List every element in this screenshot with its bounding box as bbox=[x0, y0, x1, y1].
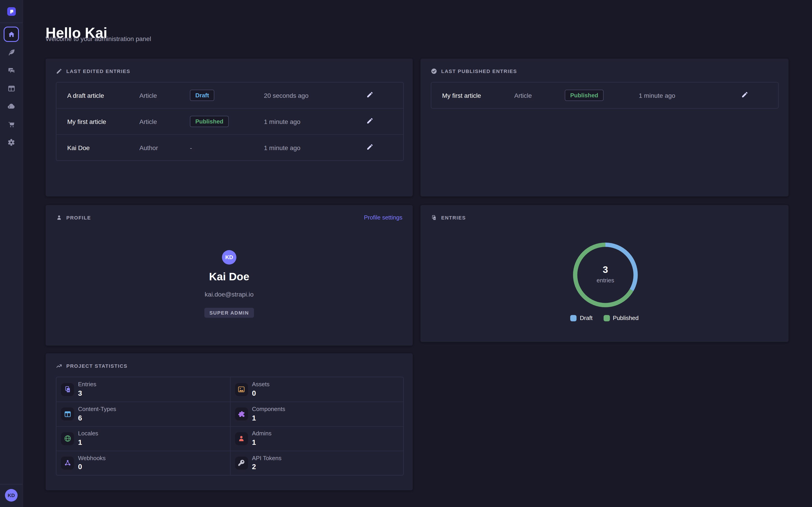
table-icon bbox=[63, 410, 71, 418]
panel-header: LAST EDITED ENTRIES bbox=[56, 68, 131, 74]
sidebar-item-home[interactable] bbox=[4, 26, 19, 42]
entry-time: 1 minute ago bbox=[639, 92, 738, 99]
table-row[interactable]: My first article Article Published 1 min… bbox=[56, 108, 403, 134]
stat-value: 1 bbox=[252, 439, 271, 447]
panel-title: LAST PUBLISHED ENTRIES bbox=[441, 68, 517, 74]
entries-count: 3 bbox=[603, 264, 608, 275]
stat-label: Admins bbox=[252, 431, 271, 437]
strapi-logo[interactable] bbox=[7, 7, 16, 16]
documents-icon bbox=[63, 385, 71, 393]
table-row[interactable]: A draft article Article Draft 20 seconds… bbox=[56, 82, 403, 108]
project-statistics-panel: PROJECT STATISTICS Entries3Assets0Conten… bbox=[46, 353, 413, 490]
entries-count-label: entries bbox=[597, 277, 614, 284]
entries-panel: ENTRIES 3 entries DraftPublished bbox=[420, 205, 789, 342]
picture-icon bbox=[237, 385, 245, 393]
strapi-logo-icon bbox=[9, 9, 14, 14]
stat-label: Locales bbox=[78, 431, 98, 437]
key-icon bbox=[237, 459, 245, 467]
stat-label: Content-Types bbox=[78, 406, 116, 412]
stat-label: Webhooks bbox=[78, 455, 106, 461]
check-circle-icon bbox=[431, 68, 437, 74]
last-published-entries-panel: LAST PUBLISHED ENTRIES My first article … bbox=[420, 59, 789, 196]
entry-name: Kai Doe bbox=[67, 144, 139, 151]
stat-cell-entries: Entries3 bbox=[56, 377, 230, 402]
stat-cell-locales: Locales1 bbox=[56, 426, 230, 451]
table-row[interactable]: Kai Doe Author - 1 minute ago bbox=[56, 134, 403, 160]
stat-label: Entries bbox=[78, 382, 96, 388]
stat-label: Assets bbox=[252, 382, 269, 388]
chart-legend: DraftPublished bbox=[420, 315, 789, 321]
legend-item-draft: Draft bbox=[570, 315, 593, 321]
stat-value: 0 bbox=[252, 389, 269, 397]
table-row[interactable]: My first article Article Published 1 min… bbox=[431, 82, 778, 108]
stat-icon-tile bbox=[61, 456, 74, 469]
status-badge-published: Published bbox=[565, 90, 604, 101]
layout-icon bbox=[7, 84, 15, 93]
sidebar-divider-bottom bbox=[0, 484, 22, 485]
stat-icon-tile bbox=[235, 408, 248, 421]
entry-status: - bbox=[190, 144, 264, 151]
edit-pencil-icon[interactable] bbox=[366, 143, 373, 150]
stat-value: 0 bbox=[78, 463, 106, 471]
pencil-icon bbox=[56, 68, 62, 74]
status-badge-draft: Draft bbox=[190, 90, 214, 101]
stat-label: API Tokens bbox=[252, 455, 282, 461]
stat-cell-api-tokens: API Tokens2 bbox=[230, 451, 403, 475]
strapi-dashboard: KD Hello Kai Welcome to your administrat… bbox=[0, 0, 812, 507]
edit-pencil-icon[interactable] bbox=[366, 117, 373, 124]
profile-body: KD Kai Doe kai.doe@strapi.io SUPER ADMIN bbox=[46, 205, 413, 318]
sidebar-user-avatar[interactable]: KD bbox=[5, 489, 17, 502]
entry-status: Published bbox=[190, 116, 264, 127]
sidebar-item-media-library[interactable] bbox=[4, 63, 19, 78]
gear-icon bbox=[7, 138, 16, 147]
feather-icon bbox=[7, 48, 15, 57]
panel-header: ENTRIES bbox=[431, 215, 466, 221]
stat-icon-tile bbox=[61, 383, 74, 396]
cloud-icon bbox=[7, 102, 16, 111]
stat-cell-assets: Assets0 bbox=[230, 377, 403, 402]
donut-center-label: 3 entries bbox=[597, 264, 614, 284]
stat-icon-tile bbox=[61, 432, 74, 445]
sidebar-item-settings[interactable] bbox=[4, 135, 19, 150]
entry-type: Article bbox=[139, 118, 190, 125]
last-published-entries-table: My first article Article Published 1 min… bbox=[431, 82, 779, 109]
stat-value: 1 bbox=[78, 439, 98, 447]
sidebar-item-strapi-cloud[interactable] bbox=[4, 99, 19, 114]
profile-name: Kai Doe bbox=[209, 270, 249, 283]
main-navigation-sidebar: KD bbox=[0, 0, 23, 507]
legend-swatch bbox=[570, 315, 577, 321]
entry-status: Published bbox=[565, 90, 639, 101]
entry-type: Article bbox=[139, 92, 190, 99]
entry-type: Author bbox=[139, 144, 190, 151]
stat-cell-components: Components1 bbox=[230, 402, 403, 426]
entry-time: 1 minute ago bbox=[264, 118, 363, 125]
cart-icon bbox=[7, 120, 15, 129]
last-edited-entries-panel: LAST EDITED ENTRIES A draft article Arti… bbox=[46, 59, 413, 196]
webhook-icon bbox=[63, 459, 71, 467]
entry-name: A draft article bbox=[67, 92, 139, 99]
stat-icon-tile bbox=[235, 432, 248, 445]
sidebar-item-marketplace[interactable] bbox=[4, 117, 19, 132]
documents-icon bbox=[431, 215, 437, 221]
entry-name: My first article bbox=[67, 118, 139, 125]
sidebar-item-content-manager[interactable] bbox=[4, 45, 19, 60]
entry-time: 20 seconds ago bbox=[264, 92, 363, 99]
sidebar-divider-top bbox=[0, 22, 22, 23]
puzzle-icon bbox=[237, 410, 245, 418]
profile-role-badge: SUPER ADMIN bbox=[204, 308, 254, 318]
entry-time: 1 minute ago bbox=[264, 144, 363, 151]
sidebar-item-content-type-builder[interactable] bbox=[4, 81, 19, 96]
stat-cell-content-types: Content-Types6 bbox=[56, 402, 230, 426]
edit-pencil-icon[interactable] bbox=[366, 91, 373, 98]
entry-name: My first article bbox=[442, 92, 514, 99]
stat-label: Components bbox=[252, 406, 285, 412]
page-subtitle: Welcome to your administration panel bbox=[46, 35, 151, 42]
entry-type: Article bbox=[514, 92, 565, 99]
images-icon bbox=[7, 66, 15, 74]
edit-pencil-icon[interactable] bbox=[741, 91, 748, 98]
stat-cell-admins: Admins1 bbox=[230, 426, 403, 451]
profile-email: kai.doe@strapi.io bbox=[205, 291, 254, 298]
profile-panel: PROFILE Profile settings KD Kai Doe kai.… bbox=[46, 205, 413, 346]
panel-header: PROJECT STATISTICS bbox=[56, 363, 128, 369]
statistics-grid: Entries3Assets0Content-Types6Components1… bbox=[56, 377, 404, 475]
